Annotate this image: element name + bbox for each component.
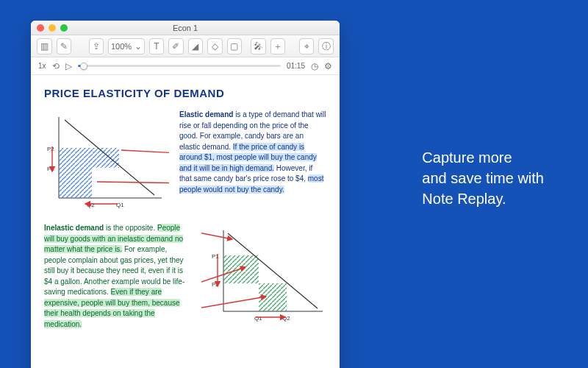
pen-icon: ✐ xyxy=(172,42,179,51)
promo-line-2: and save time with xyxy=(422,168,544,188)
highlighter-icon: ◢ xyxy=(192,42,198,51)
compose-button[interactable]: ✎ xyxy=(57,38,72,54)
svg-text:P1: P1 xyxy=(212,253,219,260)
tag-button[interactable]: ⌖ xyxy=(299,38,315,54)
document-body: PRICE ELASTICITY OF DEMAND xyxy=(31,75,340,368)
svg-line-12 xyxy=(97,182,169,183)
svg-line-26 xyxy=(201,297,266,311)
gear-icon[interactable]: ⚙ xyxy=(324,62,332,71)
eraser-tool-button[interactable]: ◇ xyxy=(207,38,223,54)
pen-tool-button[interactable]: ✐ xyxy=(168,38,184,54)
playback-speed[interactable]: 1x xyxy=(38,62,46,70)
elastic-heading: Elastic demand xyxy=(179,110,233,118)
chevron-down-icon: ⌄ xyxy=(135,42,142,51)
page-title: PRICE ELASTICITY OF DEMAND xyxy=(44,87,326,99)
elastic-chart: P2 P1 Q2 Q1 xyxy=(44,110,169,213)
toolbar: ▥ ✎ ⇪ 100% ⌄ T ✐ ◢ ◇ ▢ 🎤︎ ＋ ⌖ ⓘ xyxy=(31,35,340,57)
svg-text:Q1: Q1 xyxy=(116,202,124,208)
text-icon: T xyxy=(154,42,159,51)
svg-text:P1: P1 xyxy=(47,166,54,172)
promo-text: Capture more and save time with Note Rep… xyxy=(422,147,544,209)
mic-icon: 🎤︎ xyxy=(254,42,262,51)
svg-rect-3 xyxy=(59,168,92,198)
promo-line-1: Capture more xyxy=(422,147,544,168)
elastic-paragraph: Elastic demand is a type of demand that … xyxy=(179,110,326,213)
inelastic-chart: P1 P2 Q1 Q2 xyxy=(201,223,326,326)
promo-line-3: Note Replay. xyxy=(422,188,544,209)
svg-rect-15 xyxy=(223,255,259,283)
rewind-icon[interactable]: ⟲ xyxy=(52,62,60,71)
marquee-icon: ▢ xyxy=(230,42,238,51)
text-tool-button[interactable]: T xyxy=(149,38,165,54)
svg-text:Q2: Q2 xyxy=(282,315,290,322)
zoom-value: 100% xyxy=(111,42,132,51)
eraser-icon: ◇ xyxy=(212,42,218,51)
slider-thumb[interactable] xyxy=(80,63,87,70)
select-tool-button[interactable]: ▢ xyxy=(227,38,243,54)
info-icon: ⓘ xyxy=(322,42,331,51)
svg-line-24 xyxy=(201,229,232,239)
app-window: Econ 1 ▥ ✎ ⇪ 100% ⌄ T ✐ ◢ ◇ ▢ 🎤︎ ＋ ⌖ ⓘ 1… xyxy=(31,21,340,368)
compose-icon: ✎ xyxy=(60,42,68,51)
window-title: Econ 1 xyxy=(31,24,340,32)
zoom-select[interactable]: 100% ⌄ xyxy=(108,38,144,54)
svg-text:P2: P2 xyxy=(212,281,219,288)
tag-icon: ⌖ xyxy=(304,42,309,51)
titlebar: Econ 1 xyxy=(31,21,340,35)
row-inelastic: Inelastic demand is the opposite. People… xyxy=(44,223,326,330)
inelastic-heading: Inelastic demand xyxy=(44,224,104,232)
mic-button[interactable]: 🎤︎ xyxy=(251,38,266,54)
playback-slider[interactable] xyxy=(78,62,281,71)
svg-text:P2: P2 xyxy=(47,146,54,152)
info-button[interactable]: ⓘ xyxy=(318,38,334,54)
playback-time: 01:15 xyxy=(287,62,305,70)
plus-icon: ＋ xyxy=(273,42,282,51)
sidebar-icon: ▥ xyxy=(40,42,49,51)
share-button[interactable]: ⇪ xyxy=(89,38,104,54)
svg-line-11 xyxy=(121,150,169,154)
sidebar-toggle-button[interactable]: ▥ xyxy=(37,38,52,54)
add-media-button[interactable]: ＋ xyxy=(270,38,286,54)
clock-icon[interactable]: ◷ xyxy=(311,62,318,71)
inelastic-paragraph: Inelastic demand is the opposite. People… xyxy=(44,223,191,330)
svg-text:Q1: Q1 xyxy=(254,315,262,322)
row-elastic: P2 P1 Q2 Q1 Elastic demand is a type of … xyxy=(44,110,326,213)
play-icon[interactable]: ▷ xyxy=(65,62,72,71)
playback-bar: 1x ⟲ ▷ 01:15 ◷ ⚙ xyxy=(31,57,340,75)
highlighter-tool-button[interactable]: ◢ xyxy=(188,38,204,54)
share-icon: ⇪ xyxy=(93,42,100,51)
svg-text:Q2: Q2 xyxy=(87,202,95,208)
